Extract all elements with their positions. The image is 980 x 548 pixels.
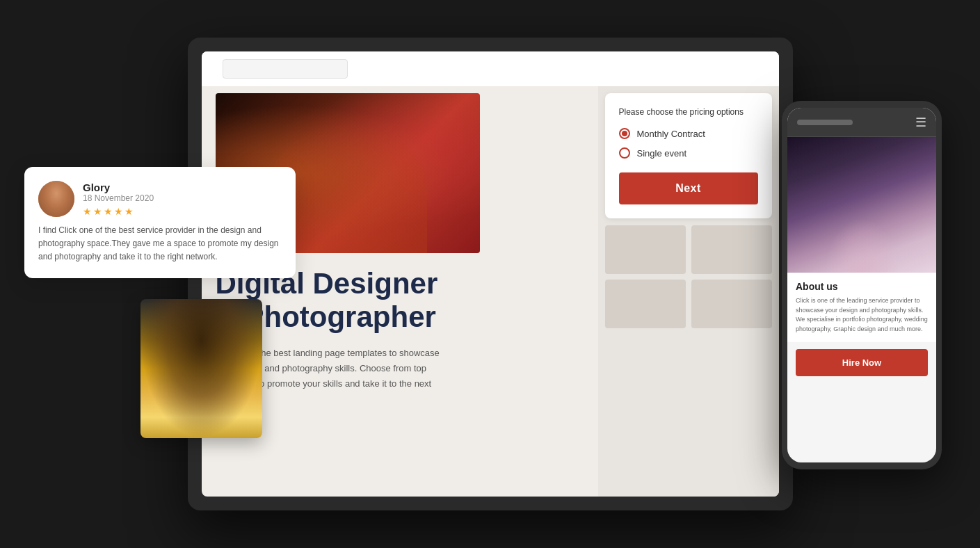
pricing-card: Please choose the pricing options Monthl… [605, 93, 772, 218]
avatar-face [38, 181, 74, 217]
review-date: 18 November 2020 [83, 193, 154, 203]
review-card: Glory 18 November 2020 ★★★★★ I find Clic… [24, 167, 296, 278]
option-monthly-label: Monthly Contract [637, 129, 705, 139]
search-bar[interactable] [223, 59, 348, 79]
thumbnail-grid [605, 225, 772, 328]
thumbnail-2 [691, 225, 772, 274]
laptop-content: Digital Designer & Photographer Check ou… [202, 86, 779, 497]
mobile-nav: ☰ [787, 108, 936, 137]
laptop-nav [202, 51, 779, 86]
pricing-prompt: Please choose the pricing options [619, 107, 758, 117]
portrait-card [140, 299, 262, 438]
review-header: Glory 18 November 2020 ★★★★★ [38, 181, 282, 217]
hire-now-button[interactable]: Hire Now [796, 349, 928, 376]
review-text: I find Click one of the best service pro… [38, 224, 282, 264]
thumbnail-1 [605, 225, 686, 274]
main-scene: Digital Designer & Photographer Check ou… [0, 0, 980, 548]
mobile-nav-bar [797, 120, 853, 125]
thumbnail-4 [691, 280, 772, 328]
mobile-about-section: About us Click is one of the leading ser… [787, 273, 936, 342]
reviewer-info: Glory 18 November 2020 ★★★★★ [83, 182, 154, 217]
next-button[interactable]: Next [619, 172, 758, 204]
hamburger-icon[interactable]: ☰ [915, 115, 926, 130]
mobile-about-title: About us [796, 281, 928, 292]
mobile-frame: ☰ About us Click is one of the leading s… [782, 101, 942, 469]
content-right: Please choose the pricing options Monthl… [598, 86, 779, 497]
pricing-options: Monthly Contract Single event [619, 128, 758, 159]
reviewer-name: Glory [83, 182, 154, 193]
radio-monthly[interactable] [619, 128, 630, 139]
mobile-screen: ☰ About us Click is one of the leading s… [787, 108, 936, 462]
model-glow [825, 218, 899, 273]
thumbnail-3 [605, 280, 686, 328]
option-monthly[interactable]: Monthly Contract [619, 128, 758, 139]
reviewer-avatar [38, 181, 74, 217]
option-single[interactable]: Single event [619, 147, 758, 159]
review-stars: ★★★★★ [83, 206, 154, 217]
mobile-about-text: Click is one of the leading service prov… [796, 296, 928, 334]
radio-single[interactable] [619, 147, 630, 159]
option-single-label: Single event [637, 148, 687, 159]
mobile-hero-image [787, 137, 936, 273]
portrait-image [140, 299, 262, 438]
